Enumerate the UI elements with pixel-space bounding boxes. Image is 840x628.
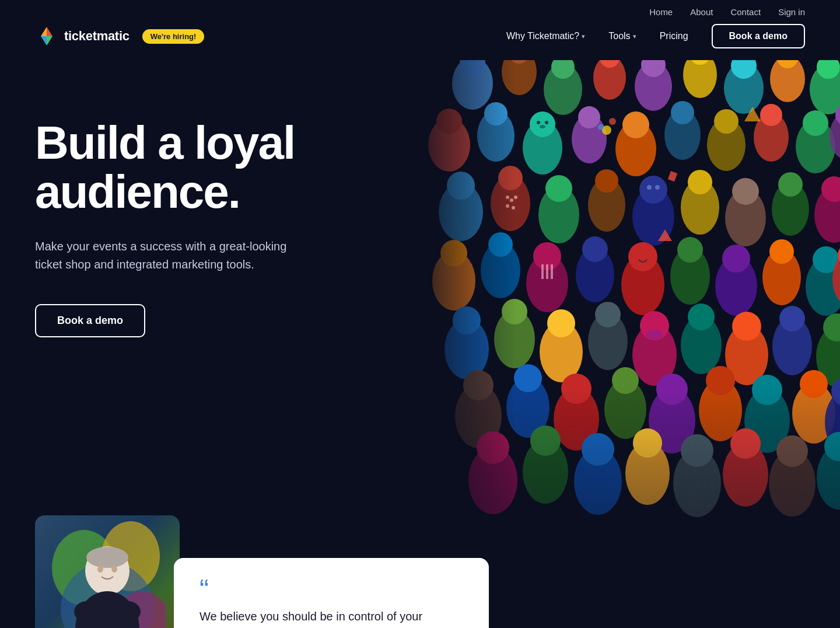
nav-tools[interactable]: Tools ▾ bbox=[608, 31, 636, 41]
nav-why-ticketmatic[interactable]: Why Ticketmatic? ▾ bbox=[506, 31, 585, 41]
logo-area: ticketmatic We're hiring! bbox=[35, 25, 204, 48]
quote-mark: “ bbox=[200, 581, 463, 598]
main-nav: ticketmatic We're hiring! Why Ticketmati… bbox=[0, 24, 840, 60]
hiring-badge[interactable]: We're hiring! bbox=[142, 29, 205, 44]
testimonial-card: “ We believe you should be in control of… bbox=[174, 558, 489, 628]
svg-point-164 bbox=[74, 601, 100, 622]
svg-marker-3 bbox=[47, 36, 52, 46]
nav-links: Why Ticketmatic? ▾ Tools ▾ Pricing bbox=[506, 31, 688, 41]
chevron-down-icon: ▾ bbox=[633, 33, 636, 40]
svg-point-161 bbox=[97, 566, 103, 573]
hero-illustration bbox=[402, 60, 840, 527]
testimonial-text: We believe you should be in control of y… bbox=[200, 608, 463, 628]
testimonial-section: “ We believe you should be in control of… bbox=[0, 515, 840, 628]
crowd-svg bbox=[402, 60, 840, 527]
hero-section: Build a loyal audience. Make your events… bbox=[0, 60, 840, 527]
svg-marker-0 bbox=[41, 27, 47, 36]
person-silhouette bbox=[49, 521, 166, 628]
book-demo-nav-button[interactable]: Book a demo bbox=[712, 24, 805, 48]
person-photo bbox=[35, 515, 180, 628]
hero-title: Build a loyal audience. bbox=[35, 118, 373, 217]
top-nav-about[interactable]: About bbox=[690, 7, 713, 17]
svg-rect-154 bbox=[402, 60, 840, 527]
svg-marker-1 bbox=[47, 27, 52, 36]
hero-content: Build a loyal audience. Make your events… bbox=[35, 83, 373, 337]
nav-pricing[interactable]: Pricing bbox=[660, 31, 688, 41]
top-nav-home[interactable]: Home bbox=[649, 7, 673, 17]
top-nav-contact[interactable]: Contact bbox=[730, 7, 761, 17]
top-nav-signin[interactable]: Sign in bbox=[778, 7, 805, 17]
svg-point-160 bbox=[86, 547, 128, 568]
logo-text: ticketmatic bbox=[64, 29, 130, 44]
hero-subtitle: Make your events a success with a great-… bbox=[35, 238, 315, 274]
svg-point-165 bbox=[115, 601, 141, 622]
svg-point-162 bbox=[111, 566, 117, 573]
logo-icon bbox=[35, 25, 58, 48]
svg-marker-2 bbox=[41, 36, 47, 46]
top-bar: Home About Contact Sign in bbox=[0, 0, 840, 24]
chevron-down-icon: ▾ bbox=[582, 33, 585, 40]
book-demo-hero-button[interactable]: Book a demo bbox=[35, 304, 145, 337]
